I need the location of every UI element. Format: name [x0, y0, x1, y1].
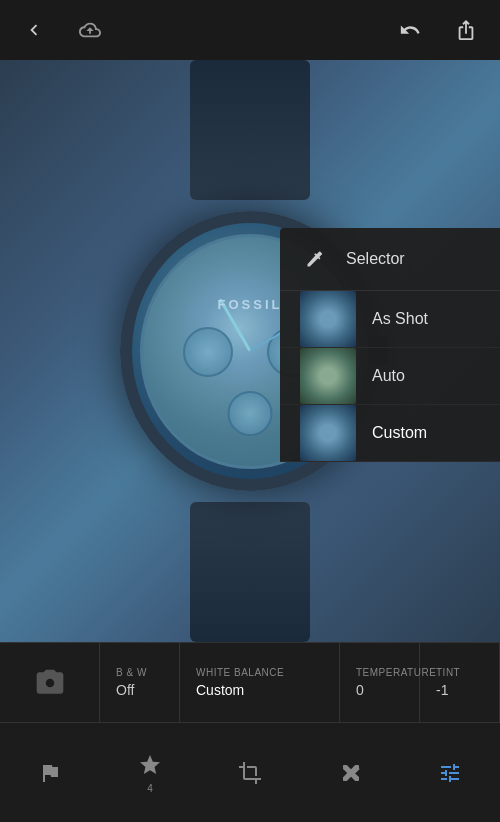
- bw-value: Off: [116, 682, 163, 698]
- star-tool[interactable]: 4: [128, 743, 172, 802]
- image-area: FOSSIL Selector: [0, 60, 500, 642]
- bottom-toolbar: 4: [0, 722, 500, 822]
- as-shot-thumbnail: [300, 291, 356, 347]
- watch-brand-text: FOSSIL: [218, 297, 283, 312]
- bw-section[interactable]: B & W Off: [100, 643, 180, 722]
- back-button[interactable]: [16, 12, 52, 48]
- top-bar-right: [392, 12, 484, 48]
- white-balance-section[interactable]: WHITE BALANCE Custom: [180, 643, 340, 722]
- heal-icon: [336, 759, 364, 787]
- top-bar-left: [16, 12, 108, 48]
- heal-tool[interactable]: [328, 751, 372, 795]
- temp-label: TEMPERATURE: [356, 667, 403, 678]
- auto-label: Auto: [372, 367, 405, 385]
- temperature-section[interactable]: TEMPERATURE 0: [340, 643, 420, 722]
- eyedropper-icon: [300, 244, 330, 274]
- camera-section: [0, 643, 100, 722]
- star-badge: 4: [147, 783, 153, 794]
- adjust-tool[interactable]: [428, 751, 472, 795]
- selector-label: Selector: [346, 250, 405, 268]
- flag-tool[interactable]: [28, 751, 72, 795]
- custom-thumbnail: [300, 405, 356, 461]
- crop-icon: [236, 759, 264, 787]
- share-button[interactable]: [448, 12, 484, 48]
- temp-value: 0: [356, 682, 403, 698]
- info-bar: B & W Off WHITE BALANCE Custom TEMPERATU…: [0, 642, 500, 722]
- selector-option[interactable]: Selector: [280, 228, 500, 291]
- auto-option[interactable]: Auto: [280, 348, 500, 405]
- cloud-save-button[interactable]: [72, 12, 108, 48]
- auto-thumbnail: [300, 348, 356, 404]
- camera-icon: [34, 667, 66, 699]
- as-shot-label: As Shot: [372, 310, 428, 328]
- flag-icon: [36, 759, 64, 787]
- tint-value: -1: [436, 682, 483, 698]
- adjust-icon: [436, 759, 464, 787]
- undo-button[interactable]: [392, 12, 428, 48]
- wb-value: Custom: [196, 682, 323, 698]
- wb-label: WHITE BALANCE: [196, 667, 323, 678]
- white-balance-dropdown: Selector As Shot Auto Custom: [280, 228, 500, 462]
- crop-tool[interactable]: [228, 751, 272, 795]
- tint-section[interactable]: TINT -1: [420, 643, 500, 722]
- custom-label: Custom: [372, 424, 427, 442]
- star-icon: [136, 751, 164, 779]
- bw-label: B & W: [116, 667, 163, 678]
- custom-option[interactable]: Custom: [280, 405, 500, 462]
- top-bar: [0, 0, 500, 60]
- tint-label: TINT: [436, 667, 483, 678]
- as-shot-option[interactable]: As Shot: [280, 291, 500, 348]
